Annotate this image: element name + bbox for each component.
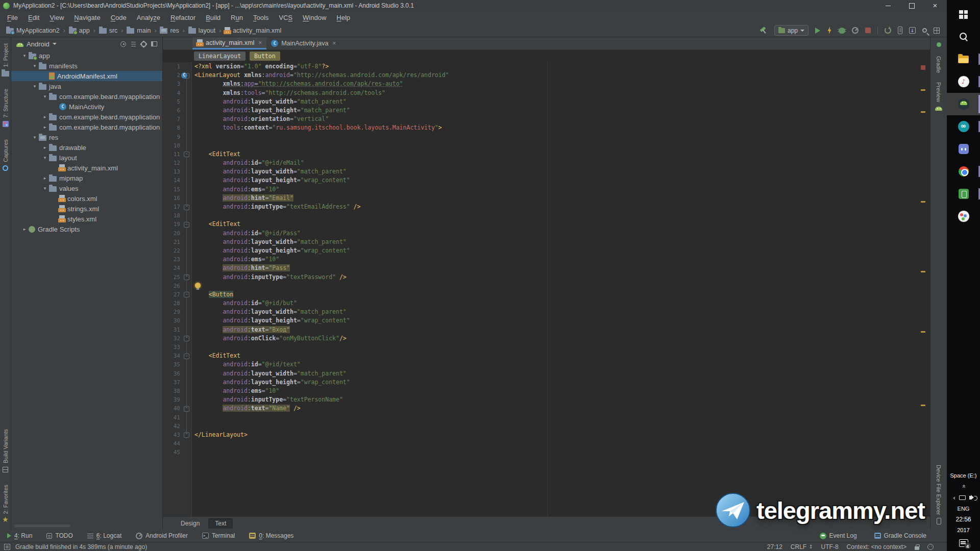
line-number[interactable]: 16	[163, 194, 180, 203]
tool-window-button-Android Profiler[interactable]: Android Profiler	[136, 532, 188, 539]
tree-expand-arrow[interactable]: ▾	[31, 63, 39, 68]
sync-icon[interactable]	[885, 27, 891, 34]
clock-time[interactable]: 22:56	[955, 516, 971, 523]
fold-marker[interactable]	[180, 220, 191, 229]
fold-marker[interactable]	[180, 273, 191, 282]
warning-stripe-mark[interactable]	[921, 201, 925, 203]
tool-button-Device File Explorer[interactable]: Device File Explorer	[936, 465, 942, 524]
hammer-icon[interactable]	[760, 27, 768, 34]
menu-refactor[interactable]: Refactor	[165, 14, 201, 21]
warning-stripe-mark[interactable]	[921, 89, 925, 91]
hector-icon[interactable]	[927, 544, 934, 550]
code-line[interactable]: 42	[163, 422, 930, 431]
avd-icon[interactable]	[898, 27, 902, 34]
fold-marker[interactable]	[180, 203, 191, 211]
code-line[interactable]: 25 android:inputType="textPassword" />	[163, 273, 930, 282]
line-number[interactable]: 30	[163, 316, 180, 325]
menu-analyze[interactable]: Analyze	[132, 14, 165, 21]
menu-view[interactable]: View	[44, 14, 69, 21]
code-line[interactable]: 43</LinearLayout>	[163, 431, 930, 439]
tree-expand-arrow[interactable]: ▸	[41, 124, 49, 130]
code-line[interactable]: 16 android:hint="Email"	[163, 194, 930, 203]
element-chip-LinearLayout[interactable]: LinearLayout	[194, 52, 246, 61]
code-line[interactable]: 24 android:hint="Pass"	[163, 264, 930, 272]
apply-icon[interactable]	[827, 27, 832, 34]
line-number[interactable]: 18	[163, 211, 180, 220]
collapse-icon[interactable]	[131, 41, 136, 47]
code-line[interactable]: 41	[163, 413, 930, 422]
hidden-icons-chevron[interactable]: ‹	[953, 494, 955, 502]
tool-window-button-Event Log[interactable]: Event Log	[820, 532, 857, 539]
run-icon[interactable]	[815, 28, 820, 34]
code-line[interactable]: 39 android:inputType="textPersonName"	[163, 395, 930, 404]
code-line[interactable]: 15 android:ems="10"	[163, 185, 930, 194]
readonly-toggle[interactable]	[915, 544, 919, 550]
code-line[interactable]: 34 <EditText	[163, 352, 930, 360]
code-line[interactable]: 31 android:text="Вход"	[163, 325, 930, 334]
code-editor[interactable]: 1<?xml version="1.0" encoding="utf-8"?>2…	[163, 62, 930, 516]
line-number[interactable]: 4	[163, 89, 180, 97]
line-number[interactable]: 22	[163, 246, 180, 255]
line-number[interactable]: 9	[163, 133, 180, 141]
line-number[interactable]: 7	[163, 115, 180, 123]
code-line[interactable]: 33	[163, 343, 930, 352]
element-chip-Button[interactable]: Button	[250, 52, 280, 61]
code-line[interactable]: 7 android:orientation="vertical"	[163, 115, 930, 123]
code-line[interactable]: 11 <EditText	[163, 150, 930, 159]
taskbar-item-android-studio[interactable]	[947, 93, 980, 115]
tool-button-1: Project[interactable]: 1: Project	[2, 43, 9, 77]
taskbar-toolbar-label[interactable]: Space (E:)	[950, 472, 977, 479]
tree-row-app[interactable]: ▾app	[11, 51, 162, 61]
tab-design[interactable]: Design	[174, 518, 206, 529]
code-line[interactable]: 29 android:layout_width="match_parent"	[163, 308, 930, 316]
tab-activity_main.xml[interactable]: activity_main.xml×	[192, 37, 266, 49]
line-number[interactable]: 40	[163, 404, 180, 413]
menu-edit[interactable]: Edit	[23, 14, 44, 21]
code-line[interactable]: 20 android:id="@+id/Pass"	[163, 229, 930, 238]
tool-button-Preview[interactable]: Preview	[935, 82, 942, 111]
tree-expand-arrow[interactable]: ▸	[41, 145, 49, 150]
tree-row-strings.xml[interactable]: strings.xml	[11, 204, 162, 214]
tree-row-activity_main.xml[interactable]: activity_main.xml	[11, 163, 162, 173]
line-number[interactable]: 21	[163, 238, 180, 246]
code-line[interactable]: 9	[163, 133, 930, 141]
action-center-icon[interactable]: 4	[959, 539, 968, 547]
tree-row-manifests[interactable]: ▾manifests	[11, 61, 162, 71]
hide-icon[interactable]	[151, 41, 157, 46]
error-stripe[interactable]	[920, 62, 926, 516]
tree-row-AndroidManifest.xml[interactable]: AndroidManifest.xml	[11, 71, 162, 81]
language-indicator[interactable]: ENG	[958, 506, 970, 512]
fold-marker[interactable]	[180, 431, 191, 439]
line-number[interactable]: 15	[163, 185, 180, 194]
line-number[interactable]: 34	[163, 352, 180, 360]
tree-row-mipmap[interactable]: ▸mipmap	[11, 173, 162, 183]
menu-help[interactable]: Help	[331, 14, 355, 21]
tool-button-Captures[interactable]: Captures	[3, 139, 9, 171]
tree-row-com.example.beard.myapplication[interactable]: ▸com.example.beard.myapplication(android…	[11, 112, 162, 122]
maximize-button[interactable]	[900, 0, 923, 11]
code-line[interactable]: 30 android:layout_height="wrap_content"	[163, 316, 930, 325]
tool-window-button-6: Logcat[interactable]: 6: Logcat	[87, 532, 121, 539]
menu-window[interactable]: Window	[298, 14, 331, 21]
breadcrumb-item-src[interactable]: src	[99, 27, 118, 34]
tool-button-Gradle[interactable]: Gradle	[936, 56, 942, 73]
code-line[interactable]: 6 android:layout_height="match_parent"	[163, 106, 930, 115]
code-line[interactable]: 10	[163, 141, 930, 150]
line-number[interactable]: 6	[163, 106, 180, 115]
tree-expand-arrow[interactable]: ▸	[41, 176, 49, 181]
code-line[interactable]: 12 android:id="@+id/eMail"	[163, 159, 930, 167]
breadcrumb-item-app[interactable]: app	[69, 27, 90, 34]
run-config-selector[interactable]: app	[774, 25, 808, 36]
line-number[interactable]: 29	[163, 308, 180, 316]
tree-row-res[interactable]: ▾res	[11, 132, 162, 142]
intention-bulb-icon[interactable]	[195, 283, 201, 288]
fold-marker[interactable]	[180, 404, 191, 413]
code-line[interactable]: 14 android:layout_height="wrap_content"	[163, 176, 930, 185]
line-number[interactable]: 10	[163, 141, 180, 150]
close-button[interactable]: ×	[923, 0, 947, 11]
file-encoding[interactable]: UTF-8	[821, 543, 839, 550]
tree-row-drawable[interactable]: ▸drawable	[11, 142, 162, 153]
line-number[interactable]: 31	[163, 325, 180, 334]
highlighting-level[interactable]	[927, 544, 934, 550]
taskbar-item-chrome[interactable]	[947, 160, 980, 183]
